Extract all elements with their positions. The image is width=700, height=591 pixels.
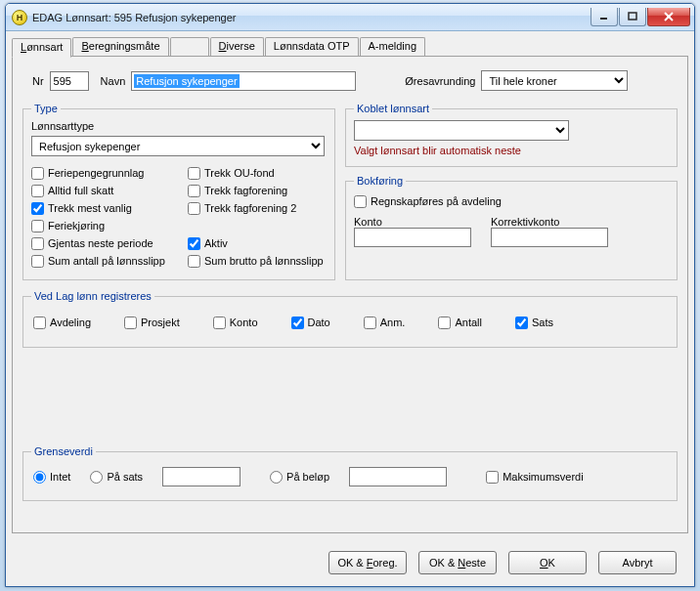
- cb-feriepengegrunnlag[interactable]: [31, 167, 44, 180]
- lonnsarttype-select[interactable]: Refusjon sykepenger: [31, 136, 325, 156]
- cb-label: Trekk OU-fond: [204, 167, 275, 179]
- maximize-button[interactable]: [619, 8, 646, 26]
- cb-konto[interactable]: [213, 317, 226, 329]
- radio-label: På beløp: [286, 471, 329, 483]
- grenseverdi-group: Grenseverdi Intet På sats På beløp Maksi…: [22, 445, 678, 501]
- ok-neste-button[interactable]: OK & Neste: [418, 551, 497, 574]
- cb-gjentas-neste-periode[interactable]: [31, 237, 44, 250]
- radio-label: På sats: [107, 471, 143, 483]
- bokforing-legend: Bokføring: [354, 175, 406, 187]
- koblet-legend: Koblet lønnsart: [354, 103, 432, 114]
- cb-label: Konto: [230, 317, 258, 328]
- cb-label: Prosjekt: [141, 317, 180, 328]
- app-icon: H: [12, 10, 27, 25]
- cb-label: Feriekjøring: [48, 220, 105, 232]
- close-button[interactable]: [647, 8, 690, 26]
- koblet-warning: Valgt lønnsart blir automatisk neste: [354, 145, 669, 156]
- radio-label: Intet: [50, 471, 70, 483]
- cb-label: Sats: [532, 317, 553, 328]
- cb-maksimumsverdi[interactable]: [486, 471, 499, 484]
- client-area: Lønnsart Beregningsmåte Diverse Lønnsdat…: [6, 31, 694, 586]
- cb-sum-antall[interactable]: [31, 255, 44, 268]
- cb-label: Avdeling: [50, 317, 91, 328]
- tabstrip: Lønnsart Beregningsmåte Diverse Lønnsdat…: [12, 37, 688, 57]
- cb-label: Trekk fagforening: [204, 185, 287, 196]
- nr-label: Nr: [32, 75, 44, 87]
- cb-trekk-fagforening2[interactable]: [188, 202, 200, 215]
- cb-label: Trekk fagforening 2: [204, 202, 296, 214]
- ok-foreg-button[interactable]: OK & Foreg.: [328, 551, 407, 574]
- cb-feriekjoring[interactable]: [31, 220, 44, 232]
- cb-avdeling[interactable]: [33, 317, 46, 329]
- tab-lonnsart[interactable]: Lønnsart: [12, 38, 71, 58]
- radio-intet[interactable]: [33, 471, 46, 484]
- tab-beregningsmate[interactable]: Beregningsmåte: [72, 37, 168, 56]
- header-row: Nr Navn Refusjon sykepenger Øresavrundin…: [22, 70, 678, 91]
- cb-sum-brutto[interactable]: [188, 255, 200, 268]
- bokforing-group: Bokføring Regnskapføres på avdeling Kont…: [345, 175, 678, 280]
- cb-label: Maksimumsverdi: [503, 471, 584, 483]
- navn-label: Navn: [101, 75, 126, 87]
- cb-trekk-fagforening[interactable]: [188, 185, 200, 197]
- grenseverdi-legend: Grenseverdi: [31, 445, 96, 457]
- cb-label: Feriepengegrunnlag: [48, 167, 144, 179]
- ok-button[interactable]: OK: [508, 551, 587, 574]
- lonnsarttype-label: Lønnsarttype: [31, 120, 327, 132]
- cb-label: Sum brutto på lønnsslipp: [204, 255, 324, 267]
- tab-lonnsdata-otp[interactable]: Lønnsdata OTP: [265, 37, 359, 56]
- radio-pa-belop[interactable]: [270, 471, 283, 484]
- korrektivkonto-label: Korrektivkonto: [491, 216, 608, 228]
- tab-page: Nr Navn Refusjon sykepenger Øresavrundin…: [12, 57, 688, 533]
- pa-belop-field[interactable]: [349, 467, 447, 486]
- cb-anm[interactable]: [364, 317, 376, 329]
- cb-label: Dato: [308, 317, 330, 328]
- cb-dato[interactable]: [291, 317, 304, 329]
- navn-field[interactable]: Refusjon sykepenger: [134, 74, 239, 88]
- titlebar[interactable]: H EDAG Lønnsart: 595 Refusjon sykepenger: [6, 4, 694, 31]
- svg-rect-1: [629, 13, 636, 20]
- cb-alltid-full-skatt[interactable]: [31, 185, 44, 197]
- type-group: Type Lønnsarttype Refusjon sykepenger Fe…: [22, 103, 335, 280]
- vedlag-group: Ved Lag lønn registreres Avdeling Prosje…: [22, 290, 678, 348]
- cb-antall[interactable]: [438, 317, 451, 329]
- cb-label: Antall: [455, 317, 482, 328]
- cb-trekk-ou-fond[interactable]: [188, 167, 200, 180]
- tab-label: iverse: [227, 40, 255, 52]
- tab-spacer[interactable]: [170, 37, 209, 56]
- cb-label: Anm.: [380, 317, 406, 328]
- oresavrunding-label: Øresavrunding: [405, 75, 475, 87]
- cb-label: Sum antall på lønnsslipp: [48, 255, 165, 267]
- konto-label: Konto: [354, 216, 471, 228]
- cb-sats[interactable]: [515, 317, 528, 329]
- btn-label: OK & Neste: [429, 557, 486, 569]
- cb-label: Trekk mest vanlig: [48, 202, 132, 214]
- minimize-button[interactable]: [591, 8, 618, 26]
- korrektivkonto-field[interactable]: [491, 228, 608, 247]
- pa-sats-field[interactable]: [162, 467, 241, 486]
- radio-pa-sats[interactable]: [90, 471, 103, 484]
- cb-label: Alltid full skatt: [48, 185, 113, 196]
- cb-regnskap-avdeling[interactable]: [354, 195, 367, 208]
- tab-diverse[interactable]: Diverse: [210, 37, 264, 56]
- tab-label: eregningsmåte: [89, 40, 160, 52]
- koblet-group: Koblet lønnsart Valgt lønnsart blir auto…: [345, 103, 678, 167]
- cb-label: Gjentas neste periode: [48, 237, 153, 249]
- cb-prosjekt[interactable]: [124, 317, 137, 329]
- cb-aktiv[interactable]: [188, 237, 200, 250]
- btn-label: OK & Foreg.: [337, 557, 397, 569]
- window-title: EDAG Lønnsart: 595 Refusjon sykepenger: [32, 12, 590, 23]
- cb-trekk-mest-vanlig[interactable]: [31, 202, 44, 215]
- tab-amelding[interactable]: A-melding: [360, 37, 426, 56]
- cb-label: Aktiv: [204, 237, 228, 249]
- window: H EDAG Lønnsart: 595 Refusjon sykepenger…: [5, 3, 695, 587]
- tab-label: ønnsart: [26, 41, 63, 53]
- cb-label: Regnskapføres på avdeling: [371, 195, 502, 207]
- nr-field[interactable]: [50, 71, 89, 91]
- button-bar: OK & Foreg. OK & Neste OK Avbryt: [328, 551, 677, 574]
- type-legend: Type: [31, 103, 61, 114]
- koblet-select[interactable]: [354, 120, 569, 141]
- vedlag-legend: Ved Lag lønn registreres: [31, 290, 154, 302]
- avbryt-button[interactable]: Avbryt: [598, 551, 677, 574]
- konto-field[interactable]: [354, 228, 471, 247]
- oresavrunding-select[interactable]: Til hele kroner: [481, 70, 628, 91]
